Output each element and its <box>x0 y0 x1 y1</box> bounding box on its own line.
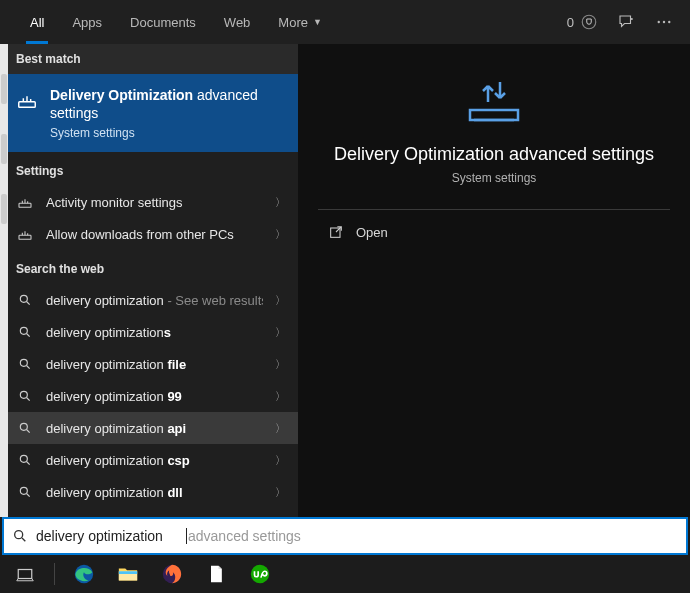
chevron-right-icon: 〉 <box>275 389 286 404</box>
best-match-result[interactable]: Delivery Optimization advanced settings … <box>0 74 298 152</box>
search-icon <box>16 357 34 371</box>
section-best-match: Best match <box>0 44 298 74</box>
search-input[interactable] <box>36 528 186 544</box>
svg-point-12 <box>20 456 27 463</box>
svg-rect-5 <box>19 204 31 208</box>
rewards-button[interactable]: 0 <box>567 13 598 31</box>
search-icon <box>16 485 34 499</box>
taskbar-separator <box>54 563 55 585</box>
svg-point-3 <box>668 21 670 23</box>
open-label: Open <box>356 225 388 240</box>
result-label: delivery optimization csp <box>46 453 263 468</box>
result-label: delivery optimization api <box>46 421 263 436</box>
search-icon <box>16 389 34 403</box>
results-panel: Best match Delivery Optimization advance… <box>0 44 298 517</box>
tab-all[interactable]: All <box>16 0 58 44</box>
preview-subtitle: System settings <box>298 171 690 185</box>
web-result-item[interactable]: delivery optimization 99〉 <box>0 380 298 412</box>
web-result-item[interactable]: delivery optimization fix〉 <box>0 508 298 517</box>
tab-apps[interactable]: Apps <box>58 0 116 44</box>
result-label: Allow downloads from other PCs <box>46 227 263 242</box>
document-icon <box>206 564 226 584</box>
chevron-right-icon: 〉 <box>275 195 286 210</box>
result-label: delivery optimizations <box>46 325 263 340</box>
chevron-right-icon: 〉 <box>275 421 286 436</box>
best-match-subtitle: System settings <box>50 126 282 140</box>
result-label: delivery optimization dll <box>46 485 263 500</box>
svg-point-8 <box>20 328 27 335</box>
folder-icon <box>117 563 139 585</box>
feedback-button[interactable] <box>616 12 636 32</box>
ellipsis-icon <box>655 13 673 31</box>
preview-panel: Delivery Optimization advanced settings … <box>298 44 690 517</box>
open-action[interactable]: Open <box>298 210 690 254</box>
settings-result-item[interactable]: Activity monitor settings〉 <box>0 186 298 218</box>
desktop-peek <box>0 44 8 517</box>
svg-rect-6 <box>19 236 31 240</box>
section-search-web: Search the web <box>0 250 298 284</box>
section-settings: Settings <box>0 152 298 186</box>
svg-rect-17 <box>18 570 32 579</box>
web-result-item[interactable]: delivery optimization dll〉 <box>0 476 298 508</box>
svg-point-1 <box>658 21 660 23</box>
best-match-title: Delivery Optimization advanced settings <box>50 86 282 122</box>
taskbar-edge[interactable] <box>69 559 99 589</box>
tab-web[interactable]: Web <box>210 0 265 44</box>
rewards-points: 0 <box>567 15 574 30</box>
result-label: delivery optimization 99 <box>46 389 263 404</box>
trophy-icon <box>580 13 598 31</box>
svg-rect-19 <box>119 571 137 574</box>
taskbar-upwork[interactable] <box>245 559 275 589</box>
web-result-item[interactable]: delivery optimization file〉 <box>0 348 298 380</box>
search-icon <box>16 421 34 435</box>
svg-point-16 <box>15 531 23 539</box>
chevron-right-icon: 〉 <box>275 453 286 468</box>
svg-point-7 <box>20 296 27 303</box>
web-result-item[interactable]: delivery optimization csp〉 <box>0 444 298 476</box>
result-label: delivery optimization - See web results <box>46 293 263 308</box>
svg-point-13 <box>20 488 27 495</box>
chevron-right-icon: 〉 <box>275 293 286 308</box>
open-icon <box>328 224 344 240</box>
tab-documents[interactable]: Documents <box>116 0 210 44</box>
svg-point-10 <box>20 392 27 399</box>
chevron-right-icon: 〉 <box>275 227 286 242</box>
tab-more-label: More <box>278 15 308 30</box>
search-icon <box>16 453 34 467</box>
svg-point-11 <box>20 424 27 431</box>
edge-icon <box>73 563 95 585</box>
chevron-right-icon: 〉 <box>275 357 286 372</box>
svg-point-9 <box>20 360 27 367</box>
preview-title: Delivery Optimization advanced settings <box>298 144 690 165</box>
feedback-icon <box>617 13 635 31</box>
settings-app-icon <box>16 89 38 111</box>
more-options-button[interactable] <box>654 12 674 32</box>
search-icon <box>12 528 28 544</box>
result-label: delivery optimization file <box>46 357 263 372</box>
web-result-item[interactable]: delivery optimization api〉 <box>0 412 298 444</box>
taskbar-firefox[interactable] <box>157 559 187 589</box>
upwork-icon <box>249 563 271 585</box>
task-view-icon <box>16 565 34 583</box>
svg-rect-4 <box>19 102 36 108</box>
firefox-icon <box>161 563 183 585</box>
web-result-item[interactable]: delivery optimizations〉 <box>0 316 298 348</box>
search-box[interactable]: advanced settings <box>2 517 688 555</box>
search-icon <box>16 325 34 339</box>
chevron-down-icon: ▼ <box>313 17 322 27</box>
task-view-button[interactable] <box>10 559 40 589</box>
search-tabbar: All Apps Documents Web More ▼ 0 <box>0 0 690 44</box>
chevron-right-icon: 〉 <box>275 325 286 340</box>
taskbar-notepad[interactable] <box>201 559 231 589</box>
web-result-item[interactable]: delivery optimization - See web results〉 <box>0 284 298 316</box>
tab-more[interactable]: More ▼ <box>264 0 336 44</box>
taskbar-explorer[interactable] <box>113 559 143 589</box>
preview-app-icon <box>464 74 524 126</box>
settings-icon <box>16 194 34 210</box>
search-icon <box>16 293 34 307</box>
settings-result-item[interactable]: Allow downloads from other PCs〉 <box>0 218 298 250</box>
taskbar <box>0 555 690 593</box>
svg-point-0 <box>582 15 596 29</box>
svg-point-2 <box>663 21 665 23</box>
search-suggestion-ghost: advanced settings <box>186 528 301 544</box>
